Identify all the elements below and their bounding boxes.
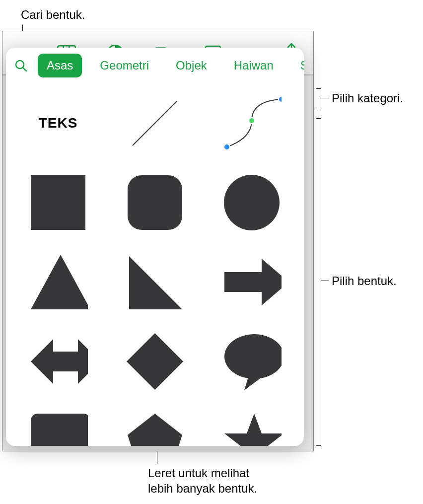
shape-speech-bubble[interactable]	[222, 332, 282, 391]
pentagon-icon	[125, 411, 185, 446]
bracket-shape	[316, 118, 321, 446]
double-arrow-icon	[28, 334, 88, 389]
bracket-line2	[321, 281, 329, 281]
svg-marker-28	[128, 414, 182, 446]
shape-triangle[interactable]	[28, 252, 88, 312]
shape-curve[interactable]	[222, 93, 282, 153]
text-shape-label: TEKS	[39, 115, 78, 131]
shape-arrow-double[interactable]	[28, 332, 88, 391]
shape-arrow-right[interactable]	[222, 252, 282, 312]
line-icon	[125, 93, 185, 153]
search-shapes-button[interactable]	[13, 58, 29, 73]
shape-star[interactable]	[222, 411, 282, 446]
svg-point-25	[224, 334, 282, 379]
arrow-right-icon	[222, 255, 282, 309]
category-tab-haiwan[interactable]: Haiwan	[225, 54, 282, 77]
category-tab-asas[interactable]: Asas	[38, 54, 82, 77]
svg-line-13	[133, 101, 177, 145]
callout-swipe: Leret untuk melihat lebih banyak bentuk.	[148, 465, 257, 496]
category-tab-geometri[interactable]: Geometri	[91, 54, 158, 77]
callout-box-icon	[28, 411, 88, 446]
shapes-popover: Asas Geometri Objek Haiwan Semua TEKS	[6, 48, 304, 446]
callout-category: Pilih kategori.	[332, 90, 403, 106]
bracket-category	[316, 88, 321, 108]
svg-line-12	[23, 68, 26, 71]
svg-point-14	[224, 144, 230, 150]
svg-rect-17	[31, 175, 85, 230]
callout-search: Cari bentuk.	[21, 7, 85, 22]
category-tab-objek[interactable]: Objek	[167, 54, 216, 77]
diamond-icon	[125, 332, 185, 391]
triangle-icon	[28, 252, 88, 312]
svg-marker-29	[224, 414, 282, 446]
svg-rect-27	[31, 414, 88, 446]
bracket-line	[321, 98, 329, 98]
svg-marker-20	[31, 255, 88, 309]
shape-right-triangle[interactable]	[125, 252, 185, 312]
svg-marker-21	[129, 256, 182, 309]
category-bar: Asas Geometri Objek Haiwan Semua	[6, 48, 304, 83]
svg-marker-23	[31, 339, 88, 384]
svg-marker-22	[224, 259, 282, 305]
svg-point-16	[279, 96, 282, 102]
rounded-square-icon	[125, 173, 185, 232]
svg-marker-24	[127, 333, 183, 390]
shapes-grid[interactable]: TEKS	[6, 83, 304, 446]
category-tab-semua[interactable]: Semua	[291, 54, 304, 77]
shape-circle[interactable]	[222, 173, 282, 232]
svg-point-19	[224, 175, 280, 230]
search-icon	[14, 59, 27, 72]
shape-text[interactable]: TEKS	[28, 93, 88, 153]
speech-bubble-icon	[222, 332, 282, 391]
star-icon	[222, 411, 282, 446]
square-icon	[28, 173, 88, 232]
shape-rounded-square[interactable]	[125, 173, 185, 232]
circle-icon	[222, 173, 282, 232]
curve-icon	[222, 93, 282, 153]
shape-callout-box[interactable]	[28, 411, 88, 446]
shape-line[interactable]	[125, 93, 185, 153]
right-triangle-icon	[125, 252, 185, 312]
shape-square[interactable]	[28, 173, 88, 232]
shape-diamond[interactable]	[125, 332, 185, 391]
shape-pentagon[interactable]	[125, 411, 185, 446]
svg-point-15	[249, 118, 255, 124]
callout-shape: Pilih bentuk.	[332, 273, 397, 288]
svg-rect-18	[128, 175, 182, 230]
